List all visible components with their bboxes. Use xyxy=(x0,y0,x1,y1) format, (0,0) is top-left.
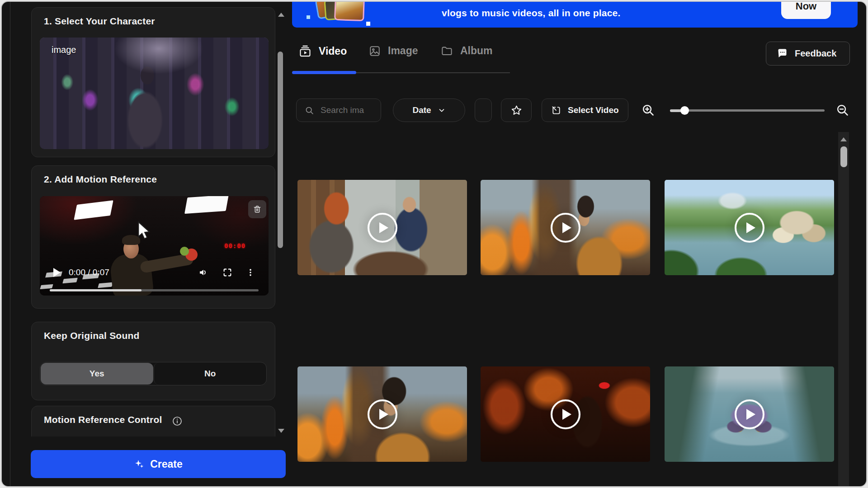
motion-control-title: Motion Reference Control xyxy=(44,414,162,425)
motion-reference-video[interactable]: 00:00 0:00 / 0:07 xyxy=(40,196,269,296)
main-content: vlogs to music videos, all in one place.… xyxy=(290,2,866,486)
mouse-cursor xyxy=(137,221,152,240)
sidebar: 1. Select Your Character image 2. Add Mo… xyxy=(10,2,291,486)
select-video-button[interactable]: Select Video xyxy=(542,99,628,122)
video-thumbnail-6[interactable] xyxy=(665,366,834,462)
sidebar-scroll-area: 1. Select Your Character image 2. Add Mo… xyxy=(10,2,291,436)
play-button[interactable] xyxy=(53,268,61,277)
video-thumbnail-3[interactable] xyxy=(665,180,834,275)
volume-icon[interactable] xyxy=(198,267,209,278)
video-thumbnail-2[interactable] xyxy=(481,180,650,275)
select-frame-icon xyxy=(551,105,561,116)
collapsed-filter-button[interactable] xyxy=(475,99,492,122)
sidebar-scroll-down-arrow[interactable] xyxy=(278,429,284,433)
favorites-filter-button[interactable] xyxy=(501,99,532,122)
sparkle-dot xyxy=(307,15,310,19)
motion-reference-card: 2. Add Motion Reference 00: xyxy=(31,165,275,309)
play-overlay-icon xyxy=(368,399,397,429)
main-scrollbar-thumb[interactable] xyxy=(840,146,847,167)
video-progress-bar[interactable] xyxy=(50,289,259,291)
motion-control-card: Motion Reference Control xyxy=(31,406,275,436)
zoom-out-icon[interactable] xyxy=(835,103,849,117)
thumbnail-size-slider[interactable] xyxy=(670,99,825,122)
tab-bar: Video Image Album xyxy=(292,28,866,77)
app-window: 1. Select Your Character image 2. Add Mo… xyxy=(1,1,867,487)
tab-video[interactable]: Video xyxy=(299,45,347,57)
zoom-in-icon[interactable] xyxy=(641,103,655,117)
more-options-icon[interactable] xyxy=(246,268,255,277)
date-filter-dropdown[interactable]: Date xyxy=(393,99,465,122)
sidebar-scroll-up-arrow[interactable] xyxy=(278,13,284,17)
image-type-badge: image xyxy=(52,45,76,55)
sound-no-button[interactable]: No xyxy=(154,362,267,385)
video-time: 0:00 / 0:07 xyxy=(69,267,109,277)
delete-video-button[interactable] xyxy=(248,200,266,218)
keep-sound-card: Keep Original Sound Yes No xyxy=(31,322,275,400)
banner-now-button[interactable]: Now xyxy=(781,1,831,19)
banner-text: vlogs to music videos, all in one place. xyxy=(442,8,620,19)
chevron-down-icon xyxy=(438,106,446,114)
play-overlay-icon xyxy=(735,213,764,243)
main-scrollbar-track[interactable] xyxy=(838,132,849,486)
image-icon xyxy=(369,45,381,57)
fullscreen-icon[interactable] xyxy=(222,267,232,277)
slider-track[interactable] xyxy=(670,109,825,112)
keep-sound-toggle: Yes No xyxy=(40,362,267,385)
video-grid xyxy=(290,122,866,486)
play-overlay-icon xyxy=(551,399,580,429)
banner-photo xyxy=(334,1,365,21)
select-character-title: 1. Select Your Character xyxy=(44,16,155,27)
search-input[interactable] xyxy=(320,105,376,116)
search-field[interactable] xyxy=(296,99,381,122)
info-icon[interactable] xyxy=(172,416,183,427)
sparkle-icon xyxy=(134,459,145,469)
folder-icon xyxy=(441,45,453,57)
create-label: Create xyxy=(150,458,183,470)
sidebar-scrollbar-thumb[interactable] xyxy=(278,52,283,248)
tab-album[interactable]: Album xyxy=(441,45,493,57)
feedback-button[interactable]: Feedback xyxy=(766,42,850,66)
sparkle-dot xyxy=(366,22,370,26)
slider-thumb[interactable] xyxy=(680,106,689,115)
select-character-card: 1. Select Your Character image xyxy=(31,7,275,157)
video-controls: 0:00 / 0:07 xyxy=(40,264,269,281)
ceiling-light xyxy=(184,196,229,214)
star-icon xyxy=(510,104,523,117)
main-scroll-up-arrow[interactable] xyxy=(840,137,847,141)
video-thumbnail-1[interactable] xyxy=(297,180,467,275)
video-thumbnail-5[interactable] xyxy=(481,366,650,462)
search-icon xyxy=(305,106,314,115)
motion-reference-title: 2. Add Motion Reference xyxy=(44,174,157,185)
play-overlay-icon xyxy=(735,399,764,429)
sound-yes-button[interactable]: Yes xyxy=(41,363,153,385)
toolbar: Date Select Video xyxy=(292,99,866,122)
play-overlay-icon xyxy=(551,213,580,243)
tab-image[interactable]: Image xyxy=(369,45,418,57)
create-button[interactable]: Create xyxy=(31,450,286,478)
trash-icon xyxy=(253,205,262,214)
play-overlay-icon xyxy=(368,213,397,243)
figure-art xyxy=(180,247,189,256)
video-thumbnail-4[interactable] xyxy=(297,366,467,462)
video-stack-icon xyxy=(299,45,311,57)
led-clock: 00:00 xyxy=(224,242,245,249)
active-tab-indicator xyxy=(292,71,356,74)
video-progress-fill xyxy=(50,289,142,291)
keep-sound-title: Keep Original Sound xyxy=(44,330,139,341)
promo-banner[interactable]: vlogs to music videos, all in one place.… xyxy=(292,2,858,28)
character-image[interactable]: image xyxy=(40,38,269,149)
speech-bubble-icon xyxy=(776,47,788,60)
